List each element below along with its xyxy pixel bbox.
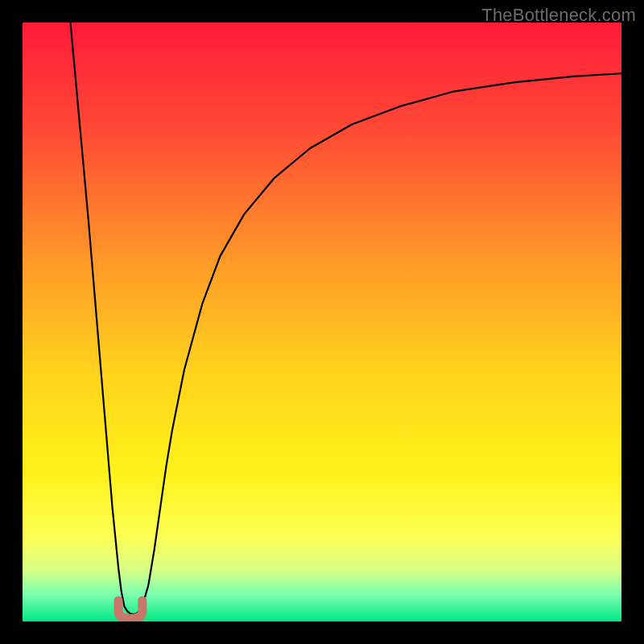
bottleneck-chart <box>23 23 621 621</box>
chart-frame: TheBottleneck.com <box>0 0 644 644</box>
chart-background <box>23 23 621 621</box>
